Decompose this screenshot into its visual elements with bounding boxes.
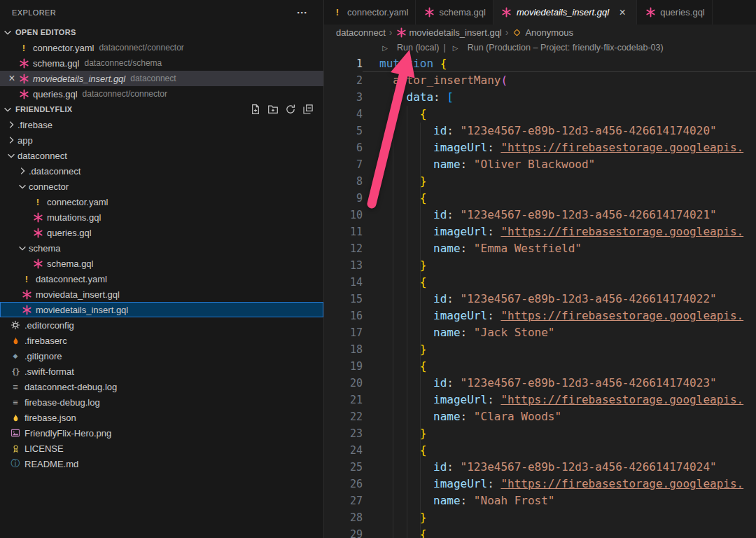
refresh-icon[interactable] — [285, 104, 296, 115]
tab-connector-yaml[interactable]: !connector.yaml — [324, 0, 416, 25]
close-editor-button[interactable]: × — [6, 73, 18, 84]
tab-queries-gql[interactable]: queries.gql — [637, 0, 713, 25]
code-line: 21 imageUrl: "https://firebasestorage.go… — [324, 392, 756, 408]
tree-item-schema-gql[interactable]: schema.gql — [0, 256, 323, 271]
code-text: { — [363, 358, 426, 375]
line-number: 21 — [324, 392, 363, 408]
close-tab-button[interactable]: × — [617, 7, 629, 18]
url-link[interactable]: "https://firebasestorage.googleapis. — [500, 477, 743, 490]
project-root-header[interactable]: FRIENDLYFLIX — [0, 102, 323, 117]
code-token: : — [461, 158, 474, 171]
code-token — [379, 275, 420, 289]
play-icon: ▷ — [450, 42, 461, 53]
open-editor-item[interactable]: schema.gqldataconnect/schema — [0, 55, 323, 71]
code-token: id — [433, 124, 447, 137]
tree-item-license[interactable]: LICENSE — [0, 441, 323, 456]
code-token: : — [447, 208, 460, 221]
tree-item--gitignore[interactable]: ◆.gitignore — [0, 348, 323, 364]
code-token: imageUrl — [433, 393, 487, 406]
gql-icon — [18, 73, 29, 84]
line-number: 24 — [324, 442, 363, 459]
code-line: 7 name: "Oliver Blackwood" — [324, 156, 756, 173]
code-token — [379, 527, 420, 538]
tab-schema-gql[interactable]: schema.gql — [416, 0, 493, 25]
tab-moviedetails-insert-gql[interactable]: moviedetails_insert.gql× — [493, 0, 637, 25]
code-editor[interactable]: ▷Run (local)|▷Run (Production – Project:… — [324, 40, 756, 538]
code-line: 2 actor_insertMany( — [324, 72, 756, 89]
open-editor-item[interactable]: queries.gqldataconnect/connector — [0, 86, 323, 102]
url-link[interactable]: "https://firebasestorage.googleapis. — [500, 225, 743, 238]
url-link[interactable]: "https://firebasestorage.googleapis. — [500, 393, 743, 406]
line-number: 15 — [324, 291, 363, 308]
file-path: dataconnect/schema — [84, 58, 162, 68]
open-editors-header[interactable]: OPEN EDITORS — [0, 25, 323, 40]
url-link[interactable]: "https://firebasestorage.googleapis. — [500, 141, 743, 154]
play-icon: ▷ — [379, 42, 391, 53]
tree-item-connector[interactable]: connector — [0, 179, 323, 194]
tree-item-moviedetails-insert-gql[interactable]: moviedetails_insert.gql — [0, 302, 323, 317]
tree-item-label: .firebase — [18, 120, 52, 130]
line-number: 7 — [324, 156, 363, 173]
open-editor-item[interactable]: ×moviedetails_insert.gqldataconnect — [0, 71, 323, 86]
indent-guide — [393, 89, 393, 538]
tree-item-dataconnect[interactable]: dataconnect — [0, 148, 323, 163]
code-token: { — [420, 275, 427, 289]
code-token: name — [433, 158, 461, 171]
tree-item-queries-gql[interactable]: queries.gql — [0, 225, 323, 240]
tree-item-moviedata-insert-gql[interactable]: moviedata_insert.gql — [0, 287, 323, 302]
line-number: 23 — [324, 425, 363, 442]
code-token: "123e4567-e89b-12d3-a456-426614174022" — [461, 292, 717, 305]
code-line: 6 imageUrl: "https://firebasestorage.goo… — [324, 139, 756, 156]
breadcrumb-item[interactable]: Anonymous — [512, 27, 573, 38]
file-path: dataconnect — [130, 74, 176, 83]
line-number: 25 — [324, 459, 363, 476]
line-number: 20 — [324, 375, 363, 392]
code-token: id — [433, 208, 447, 221]
tree-item-firebase-debug-log[interactable]: ≡firebase-debug.log — [0, 394, 323, 410]
line-number: 26 — [324, 476, 363, 492]
codelens-run-link[interactable]: ▷Run (local) — [379, 42, 439, 53]
code-text: } — [363, 341, 426, 358]
tree-item--dataconnect[interactable]: .dataconnect — [0, 163, 323, 179]
code-token — [379, 511, 420, 524]
code-token: { — [420, 443, 427, 457]
code-text: { — [363, 442, 426, 459]
code-token — [433, 57, 440, 70]
tree-item-connector-yaml[interactable]: !connector.yaml — [0, 194, 323, 209]
tree-item-friendlyflix-hero-png[interactable]: FriendlyFlix-Hero.png — [0, 425, 323, 441]
tree-item-firebase-json[interactable]: firebase.json — [0, 410, 323, 425]
code-text: name: "Jack Stone" — [363, 324, 554, 341]
line-number: 4 — [324, 106, 363, 123]
gql-icon — [501, 7, 512, 18]
tree-item-label: moviedetails_insert.gql — [36, 305, 128, 315]
gql-icon — [18, 88, 29, 99]
breadcrumb-item[interactable]: moviedetails_insert.gql — [396, 27, 502, 38]
tree-item--firebaserc[interactable]: .firebaserc — [0, 333, 323, 348]
tree-item--firebase[interactable]: .firebase — [0, 117, 323, 132]
tree-item-label: .firebaserc — [24, 336, 67, 346]
code-token: id — [433, 292, 447, 305]
tree-item--swift-format[interactable]: {}.swift-format — [0, 364, 323, 379]
collapse-all-icon[interactable] — [302, 104, 314, 115]
new-file-icon[interactable] — [250, 104, 261, 115]
code-token — [379, 107, 420, 120]
code-line: 5 id: "123e4567-e89b-12d3-a456-426614174… — [324, 123, 756, 139]
tree-item-dataconnect-yaml[interactable]: !dataconnect.yaml — [0, 271, 323, 287]
open-editor-item[interactable]: !connector.yamldataconnect/connector — [0, 40, 323, 55]
new-folder-icon[interactable] — [267, 104, 279, 115]
warning-icon: ! — [18, 42, 29, 53]
code-token: { — [440, 57, 447, 70]
more-actions-icon[interactable]: ⋯ — [296, 7, 311, 18]
code-token: { — [420, 107, 427, 120]
tree-item-readme-md[interactable]: ⓘREADME.md — [0, 456, 323, 471]
tree-item-mutations-gql[interactable]: mutations.gql — [0, 209, 323, 225]
url-link[interactable]: "https://firebasestorage.googleapis. — [500, 309, 743, 322]
tree-item--editorconfig[interactable]: .editorconfig — [0, 317, 323, 333]
tree-item-schema[interactable]: schema — [0, 240, 323, 256]
code-line: 9 { — [324, 190, 756, 207]
tree-item-app[interactable]: app — [0, 132, 323, 148]
tree-item-dataconnect-debug-log[interactable]: ≡dataconnect-debug.log — [0, 379, 323, 394]
codelens-run-link[interactable]: ▷Run (Production – Project: friendly-fli… — [450, 42, 664, 53]
project-root-label: FRIENDLYFLIX — [15, 105, 72, 113]
breadcrumb-item[interactable]: dataconnect — [336, 27, 386, 38]
